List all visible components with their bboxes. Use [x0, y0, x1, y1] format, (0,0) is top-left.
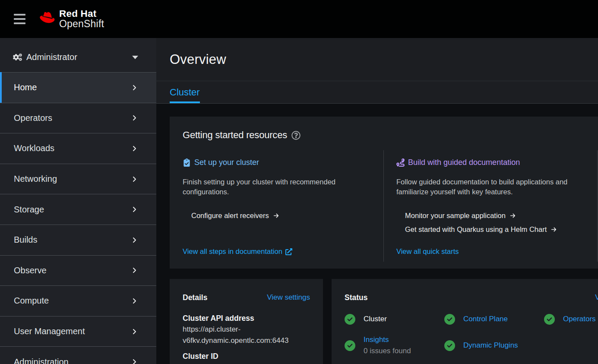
sidebar-item-networking[interactable]: Networking [0, 164, 156, 194]
masthead: Red Hat OpenShift [0, 0, 598, 38]
details-title: Details [183, 292, 207, 303]
hamburger-bar [14, 22, 25, 24]
status-item-dynamic-plugins: Dynamic Plugins [444, 334, 531, 357]
tile-links: Monitor your sample application Get star… [396, 212, 585, 234]
link-label: Monitor your sample application [405, 212, 506, 220]
perspective-label: Administrator [26, 52, 77, 62]
tile-title: Set up your cluster [194, 158, 259, 167]
arrow-right-icon [273, 213, 279, 218]
status-item-insights: Insights 0 issues found [345, 334, 431, 357]
link-monitor-sample-app[interactable]: Monitor your sample application [405, 212, 585, 220]
link-quarkus-helm-chart[interactable]: Get started with Quarkus using a Helm Ch… [405, 225, 585, 234]
tile-description: Follow guided documentation to build app… [396, 177, 585, 197]
chevron-right-icon [132, 206, 136, 213]
details-value-api-address: https://api.cluster-v6fkv.dynamic.opentl… [183, 324, 310, 346]
link-view-alerts[interactable]: View alerts [595, 292, 598, 303]
main-content: Overview Cluster Getting started resourc… [156, 38, 598, 364]
chevron-right-icon [132, 328, 136, 335]
sidebar-item-builds[interactable]: Builds [0, 225, 156, 255]
arrow-right-icon [509, 213, 516, 218]
page-shell: Administrator Home Operators Workloads N… [0, 38, 598, 364]
getting-started-tile-guided-docs: Build with guided documentation Follow g… [396, 150, 585, 256]
tab-cluster[interactable]: Cluster [170, 81, 200, 103]
sidebar-item-user-management[interactable]: User Management [0, 316, 156, 347]
tile-divider [383, 150, 384, 262]
card-header: Details View settings [183, 292, 310, 303]
sidebar-item-workloads[interactable]: Workloads [0, 133, 156, 164]
tile-title: Build with guided documentation [408, 158, 520, 167]
tabs: Cluster [156, 81, 598, 104]
brand-text: Red Hat OpenShift [59, 9, 104, 29]
sidebar-nav: Administrator Home Operators Workloads N… [0, 38, 156, 364]
status-grid: Cluster Control Plane Operators [345, 313, 598, 357]
status-card: Status View alerts Cluster Control Plane [332, 279, 598, 364]
brand-redhat: Red Hat [59, 9, 104, 19]
sidebar-item-operators[interactable]: Operators [0, 103, 156, 133]
page-title: Overview [170, 52, 226, 67]
getting-started-title: Getting started resources [183, 130, 287, 141]
chevron-right-icon [132, 237, 136, 244]
success-check-icon [544, 314, 555, 325]
details-card: Details View settings Cluster API addres… [170, 279, 323, 364]
tile-description: Finish setting up your cluster with reco… [183, 177, 371, 197]
nav-toggle-button[interactable] [14, 14, 25, 24]
success-check-icon [345, 340, 355, 351]
link-label: Configure alert receivers [191, 212, 269, 220]
arrow-right-icon [551, 227, 557, 232]
hamburger-bar [14, 18, 25, 20]
redhat-fedora-icon [38, 10, 56, 24]
sidebar-item-compute[interactable]: Compute [0, 285, 156, 316]
link-view-all-quick-starts[interactable]: View all quick starts [396, 247, 585, 256]
external-link-icon [285, 248, 292, 255]
tile-divider [597, 150, 598, 262]
sidebar-item-home[interactable]: Home [0, 72, 156, 103]
link-label: View all steps in documentation [183, 247, 282, 256]
bottom-cards-row: Details View settings Cluster API addres… [170, 279, 598, 364]
title-row: Overview [156, 38, 598, 81]
tab-label: Cluster [170, 87, 200, 98]
success-check-icon [444, 314, 455, 325]
caret-down-icon [132, 56, 138, 59]
chevron-right-icon [132, 114, 136, 121]
getting-started-columns: Set up your cluster Finish setting up yo… [183, 150, 598, 256]
brand-logo[interactable]: Red Hat OpenShift [38, 9, 104, 29]
hamburger-icon [14, 14, 25, 16]
sidebar-item-administration[interactable]: Administration [0, 346, 156, 364]
success-check-icon [345, 314, 355, 325]
chevron-right-icon [132, 145, 136, 152]
status-item-cluster: Cluster [345, 313, 431, 325]
details-list: Cluster API address https://api.cluster-… [183, 313, 310, 362]
getting-started-tile-setup: Set up your cluster Finish setting up yo… [183, 150, 371, 256]
page-header: Overview Cluster [156, 38, 598, 104]
perspective-switcher[interactable]: Administrator [0, 38, 156, 72]
link-configure-alert-receivers[interactable]: Configure alert receivers [191, 212, 371, 220]
help-icon[interactable] [291, 131, 301, 140]
nav-list: Home Operators Workloads Networking Stor… [0, 72, 156, 364]
sidebar-item-storage[interactable]: Storage [0, 194, 156, 225]
tile-header: Build with guided documentation [396, 158, 585, 167]
status-item-control-plane: Control Plane [444, 313, 531, 325]
link-label: View all quick starts [396, 247, 459, 256]
details-label-api-address: Cluster API address [183, 313, 310, 324]
chevron-right-icon [132, 267, 136, 274]
overview-content: Getting started resources Set up your cl… [156, 104, 598, 364]
success-check-icon [444, 340, 455, 351]
link-view-all-steps[interactable]: View all steps in documentation [183, 247, 371, 256]
getting-started-card: Getting started resources Set up your cl… [170, 117, 598, 269]
link-view-settings[interactable]: View settings [267, 292, 310, 303]
gears-icon [13, 53, 22, 61]
chevron-right-icon [132, 298, 136, 304]
status-title: Status [345, 292, 367, 303]
sidebar-item-observe[interactable]: Observe [0, 255, 156, 286]
chevron-right-icon [132, 84, 136, 91]
tile-links: Configure alert receivers [183, 212, 371, 220]
chevron-right-icon [132, 358, 136, 364]
details-label-cluster-id: Cluster ID [183, 351, 310, 362]
clipboard-check-icon [183, 158, 191, 167]
brand-openshift: OpenShift [59, 19, 104, 29]
route-icon [396, 158, 405, 167]
card-header: Status View alerts [345, 292, 598, 303]
status-item-operators: Operators [544, 313, 598, 325]
status-item-text: Insights 0 issues found [364, 334, 411, 357]
chevron-right-icon [132, 176, 136, 183]
